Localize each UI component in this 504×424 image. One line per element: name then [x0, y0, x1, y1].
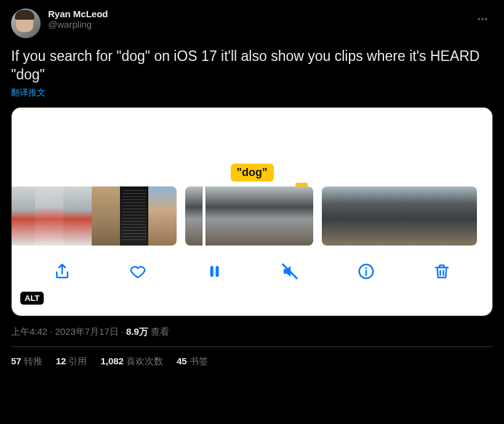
tweet-container: Ryan McLeod @warpling If you search for …: [0, 0, 504, 367]
tweet-stats: 57转推 12引用 1,082喜欢次数 45书签: [11, 347, 493, 367]
thumbnail-frame: [63, 186, 92, 246]
thumbnail-frame: [322, 186, 348, 246]
heart-icon: [129, 262, 147, 281]
svg-point-2: [485, 18, 487, 20]
quotes-stat[interactable]: 12引用: [56, 356, 87, 367]
trash-icon: [433, 262, 451, 281]
clip-group[interactable]: [185, 186, 313, 246]
media-card[interactable]: "dog": [11, 107, 493, 316]
share-button[interactable]: [49, 258, 76, 285]
more-button[interactable]: [472, 9, 493, 30]
like-button[interactable]: [124, 258, 151, 285]
translate-link[interactable]: 翻译推文: [11, 87, 46, 98]
author-display-name[interactable]: Ryan McLeod: [48, 9, 472, 19]
mute-icon: [281, 262, 299, 281]
svg-point-0: [478, 18, 480, 20]
pause-button[interactable]: [201, 258, 228, 285]
retweets-stat[interactable]: 57转推: [11, 356, 42, 367]
bookmarks-stat[interactable]: 45书签: [177, 356, 208, 367]
thumbnail-frame: [185, 186, 217, 246]
media-top-area: "dog": [12, 108, 492, 186]
search-term-label: "dog": [230, 164, 273, 182]
thumbnail-frame: [35, 186, 63, 246]
thumbnail-frame: [425, 186, 451, 246]
thumbnail-frame: [11, 186, 35, 246]
thumbnail-frame: [120, 186, 148, 246]
tweet-text: If you search for "dog" on iOS 17 it'll …: [11, 47, 493, 84]
thumbnail-frame: [348, 186, 374, 246]
author-handle[interactable]: @warpling: [48, 19, 472, 30]
clip-group[interactable]: [11, 186, 177, 246]
thumbnail-frame: [451, 186, 477, 246]
thumbnail-frame: [92, 186, 120, 246]
thumbnail-frame: [217, 186, 249, 246]
thumbnail-frame: [148, 186, 177, 246]
clip-group[interactable]: [322, 186, 477, 246]
delete-button[interactable]: [428, 258, 455, 285]
alt-badge[interactable]: ALT: [20, 292, 44, 305]
views-count[interactable]: 8.9万: [126, 326, 148, 337]
video-filmstrip[interactable]: [12, 186, 492, 246]
thumbnail-frame: [374, 186, 399, 246]
pause-icon: [205, 262, 223, 281]
svg-rect-3: [210, 266, 214, 277]
info-button[interactable]: [353, 258, 380, 285]
thumbnail-frame: [249, 186, 281, 246]
share-icon: [53, 262, 71, 281]
thumbnail-frame: [399, 186, 425, 246]
tweet-meta: 上午4:42·2023年7月17日·8.9万 查看: [11, 326, 493, 338]
thumbnail-frame: [281, 186, 313, 246]
author-names: Ryan McLeod @warpling: [48, 9, 472, 30]
avatar[interactable]: [11, 9, 41, 38]
svg-point-8: [365, 267, 367, 269]
svg-point-1: [481, 18, 483, 20]
tweet-header: Ryan McLeod @warpling: [11, 9, 493, 38]
tweet-date[interactable]: 2023年7月17日: [55, 326, 118, 337]
views-label: 查看: [151, 326, 169, 337]
info-icon: [357, 262, 375, 281]
media-toolbar: [12, 246, 492, 297]
svg-rect-4: [215, 266, 218, 277]
tweet-time[interactable]: 上午4:42: [11, 326, 47, 337]
mute-button[interactable]: [276, 258, 303, 285]
more-icon: [476, 13, 489, 25]
playhead[interactable]: [202, 186, 206, 246]
likes-stat[interactable]: 1,082喜欢次数: [100, 356, 163, 367]
